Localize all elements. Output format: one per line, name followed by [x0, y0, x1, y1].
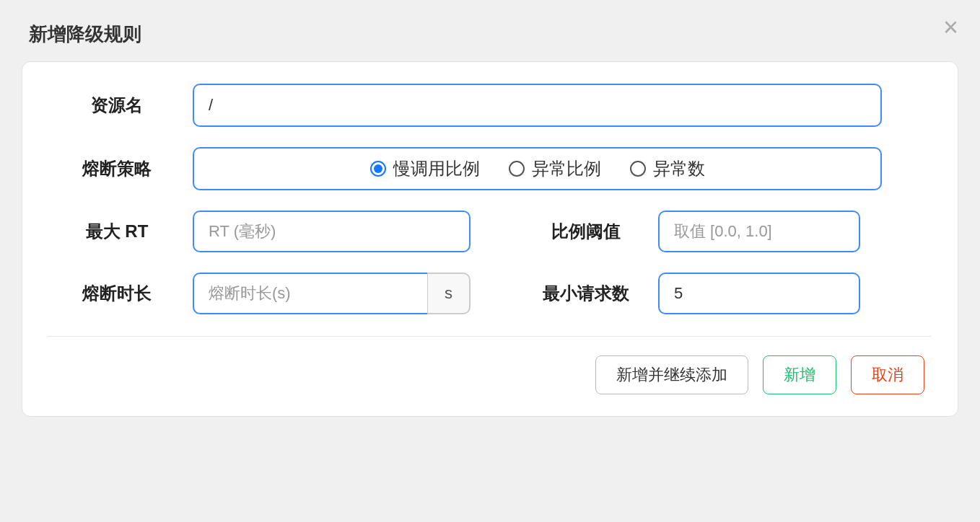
row-duration-minreq: 熔断时长 s 最小请求数 — [48, 273, 932, 314]
row-resource: 资源名 — [48, 84, 932, 127]
add-button[interactable]: 新增 — [763, 355, 836, 394]
divider — [48, 336, 932, 337]
radio-selected-icon — [370, 161, 386, 177]
label-break-duration: 熔断时长 — [48, 282, 193, 305]
radio-label: 慢调用比例 — [393, 157, 480, 180]
radio-unselected-icon — [630, 161, 646, 177]
label-max-rt: 最大 RT — [48, 220, 193, 243]
break-duration-input[interactable] — [193, 273, 427, 314]
label-ratio-threshold: 比例阈值 — [514, 220, 658, 243]
radio-label: 异常比例 — [532, 157, 601, 180]
footer-actions: 新增并继续添加 新增 取消 — [48, 355, 932, 394]
close-icon[interactable]: × — [943, 14, 958, 40]
cancel-button[interactable]: 取消 — [851, 355, 924, 394]
add-continue-button[interactable]: 新增并继续添加 — [595, 355, 748, 394]
ratio-threshold-input[interactable] — [658, 211, 860, 252]
radio-exception-count[interactable]: 异常数 — [630, 157, 705, 180]
radio-slow-call-ratio[interactable]: 慢调用比例 — [370, 157, 480, 180]
label-resource: 资源名 — [48, 94, 193, 117]
label-min-request: 最小请求数 — [514, 282, 658, 305]
strategy-radio-group: 慢调用比例 异常比例 异常数 — [193, 147, 882, 190]
radio-exception-ratio[interactable]: 异常比例 — [509, 157, 601, 180]
resource-name-input[interactable] — [193, 84, 882, 127]
row-strategy: 熔断策略 慢调用比例 异常比例 异常数 — [48, 147, 932, 190]
break-duration-group: s — [193, 273, 471, 314]
radio-unselected-icon — [509, 161, 525, 177]
row-rt-ratio: 最大 RT 比例阈值 — [48, 211, 932, 252]
min-request-input[interactable] — [658, 273, 860, 314]
modal-title: 新增降级规则 — [29, 22, 141, 47]
duration-suffix: s — [427, 273, 471, 314]
modal-header: 新增降级规则 × — [0, 0, 980, 61]
form-card: 资源名 熔断策略 慢调用比例 异常比例 异常数 — [22, 61, 958, 417]
label-strategy: 熔断策略 — [48, 157, 193, 180]
max-rt-input[interactable] — [193, 211, 471, 252]
radio-label: 异常数 — [653, 157, 705, 180]
